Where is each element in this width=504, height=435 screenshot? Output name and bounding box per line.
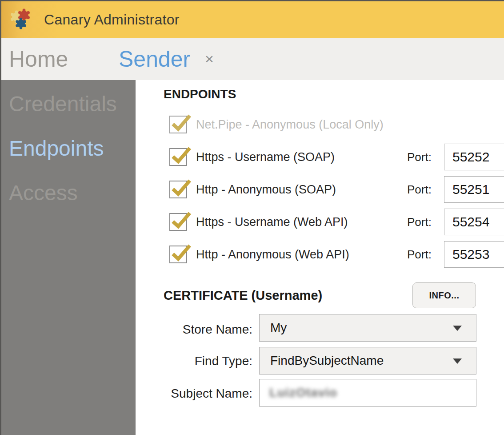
port-input-http-soap[interactable] (444, 176, 504, 203)
endpoint-row-http-soap: Http - Anonymous (SOAP) Port: (169, 181, 336, 198)
find-type-label: Find Type: (155, 354, 252, 368)
checkmark-icon (172, 245, 191, 262)
http-soap-checkbox[interactable] (169, 181, 187, 198)
checkmark-icon (172, 147, 191, 165)
endpoint-label: Https - Username (Web API) (196, 215, 348, 229)
app-title: Canary Administrator (44, 1, 180, 38)
endpoint-label: Net.Pipe - Anonymous (Local Only) (196, 118, 384, 132)
port-input-https-webapi[interactable] (444, 209, 504, 235)
sidebar-item-credentials[interactable]: Credentials (9, 92, 117, 117)
main-content: ENDPOINTS Net.Pipe - Anonymous (Local On… (137, 80, 504, 435)
https-soap-checkbox[interactable] (169, 148, 187, 166)
endpoint-row-https-soap: Https - Username (SOAP) Port: (169, 148, 335, 166)
tab-bar: Home Sender × (1, 38, 504, 80)
canary-administrator-window: Canary Administrator Home Sender × Crede… (0, 0, 504, 435)
endpoint-label: Http - Anonymous (SOAP) (196, 183, 336, 197)
store-name-value: My (270, 321, 287, 335)
port-label: Port: (407, 181, 432, 198)
store-name-dropdown[interactable]: My (259, 314, 476, 342)
tab-home[interactable]: Home (9, 38, 68, 80)
checkmark-icon (172, 212, 191, 230)
sidebar: Credentials Endpoints Access (1, 80, 136, 435)
tab-sender[interactable]: Sender (119, 38, 190, 80)
subject-name-value: LuizOtavio (269, 386, 337, 400)
certificate-heading: CERTIFICATE (Username) (164, 288, 322, 303)
sidebar-item-access[interactable]: Access (9, 181, 78, 205)
http-webapi-checkbox[interactable] (169, 246, 187, 263)
chevron-down-icon (453, 358, 462, 364)
port-input-https-soap[interactable] (444, 144, 504, 170)
subject-name-label: Subject Name: (155, 387, 252, 401)
info-button[interactable]: INFO... (412, 282, 476, 308)
title-bar: Canary Administrator (1, 1, 504, 38)
netpipe-checkbox (169, 116, 187, 133)
store-name-label: Store Name: (155, 322, 252, 337)
find-type-dropdown[interactable]: FindBySubjectName (259, 347, 476, 375)
endpoint-row-https-webapi: Https - Username (Web API) Port: (169, 213, 348, 231)
port-label: Port: (407, 246, 432, 263)
chevron-down-icon (453, 326, 462, 331)
port-input-http-webapi[interactable] (444, 241, 504, 268)
endpoint-label: Http - Anonymous (Web API) (196, 248, 349, 262)
subject-name-input[interactable]: LuizOtavio (259, 379, 476, 407)
checkmark-icon (172, 180, 191, 197)
endpoint-label: Https - Username (SOAP) (196, 150, 335, 164)
app-logo-icon (9, 8, 32, 31)
endpoints-heading: ENDPOINTS (164, 87, 236, 101)
endpoint-row-netpipe: Net.Pipe - Anonymous (Local Only) (169, 116, 384, 133)
checkmark-icon (172, 115, 191, 133)
sidebar-item-endpoints[interactable]: Endpoints (9, 136, 104, 161)
tab-close-icon[interactable]: × (205, 38, 214, 80)
https-webapi-checkbox[interactable] (169, 213, 187, 231)
port-label: Port: (407, 213, 432, 231)
endpoint-row-http-webapi: Http - Anonymous (Web API) Port: (169, 246, 349, 263)
find-type-value: FindBySubjectName (270, 354, 384, 368)
port-label: Port: (407, 148, 432, 166)
